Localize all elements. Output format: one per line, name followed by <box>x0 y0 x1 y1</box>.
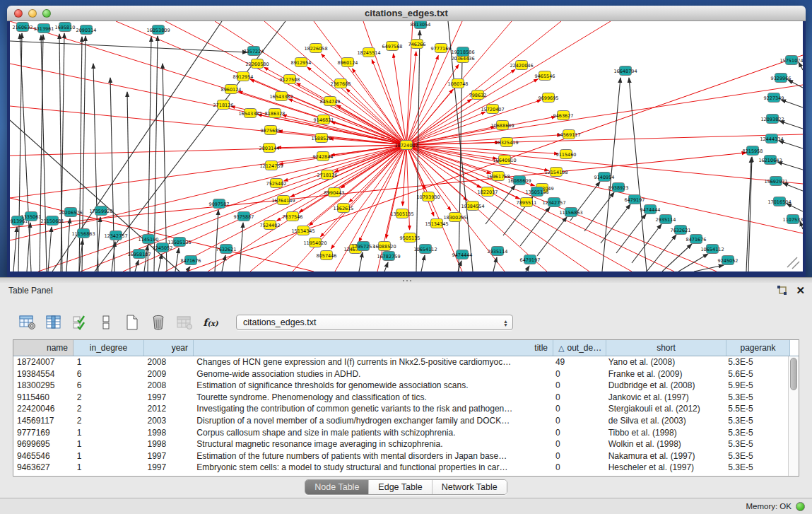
network-node[interactable]: 8215958 <box>743 146 763 156</box>
table-row[interactable]: 977716911998Corpus callosum shape and si… <box>13 427 788 439</box>
network-node[interactable]: 21150681 <box>40 216 64 226</box>
network-node[interactable]: 7525402 <box>266 179 287 188</box>
table-row[interactable]: 1830029562008Estimation of significance … <box>13 380 788 392</box>
network-node[interactable]: 9463627 <box>553 111 574 120</box>
column-header-pagerank[interactable]: pagerank <box>726 340 790 356</box>
network-node[interactable]: 9242844 <box>313 152 334 161</box>
network-node[interactable]: 2718126 <box>213 100 234 110</box>
column-header-in_degree[interactable]: in_degree <box>73 340 144 356</box>
network-node[interactable]: 16543382 <box>238 109 261 118</box>
divider-grip-icon[interactable] <box>401 279 411 282</box>
network-node[interactable]: 14569117 <box>557 130 580 139</box>
network-node[interactable]: 7632621 <box>671 226 691 235</box>
network-node[interactable]: 8960124 <box>338 58 358 67</box>
network-node[interactable]: 9227349 <box>764 93 784 103</box>
network-node[interactable]: 6479197 <box>625 195 645 204</box>
table-row[interactable]: 1938455462009Genome-wide association stu… <box>13 368 788 380</box>
network-node[interactable]: 7524402 <box>260 221 281 230</box>
network-node[interactable]: 9115460 <box>556 150 577 159</box>
network-node[interactable]: 2160632 <box>13 23 33 32</box>
network-node[interactable]: 22260580 <box>245 59 269 69</box>
column-edit-icon[interactable] <box>45 314 63 331</box>
network-node[interactable]: 12124759 <box>259 161 283 170</box>
network-node[interactable]: 9329966 <box>771 74 792 83</box>
network-node[interactable]: 2803144 <box>259 144 280 153</box>
network-node[interactable]: 11954020 <box>303 238 326 247</box>
function-builder-icon[interactable]: f(x) <box>201 314 220 331</box>
network-node[interactable]: 1080748 <box>448 79 469 88</box>
network-node[interactable]: 16053809 <box>146 25 170 35</box>
new-table-icon[interactable] <box>123 314 141 331</box>
network-node[interactable]: 8813054 <box>411 21 431 29</box>
tab-edge-table[interactable]: Edge Table <box>369 480 432 494</box>
column-header-year[interactable]: year <box>144 340 194 356</box>
network-node[interactable]: 1695810 <box>55 23 76 32</box>
column-header-short[interactable]: short <box>606 340 726 356</box>
network-node[interactable]: 2935114 <box>656 215 676 224</box>
tab-network-table[interactable]: Network Table <box>433 480 507 494</box>
network-node[interactable]: 12154198 <box>544 168 567 177</box>
table-row[interactable]: 946362711997Embryonic stem cells: a mode… <box>13 462 788 474</box>
network-node[interactable]: 12342757 <box>542 198 565 207</box>
network-node[interactable]: 2367608 <box>331 79 351 88</box>
table-settings-icon[interactable] <box>18 314 37 331</box>
network-node[interactable]: 11156863 <box>71 229 95 238</box>
network-node[interactable]: 9699695 <box>539 93 559 103</box>
network-window-titlebar[interactable]: citations_edges.txt <box>7 6 806 21</box>
table-row[interactable]: 1872400712008Changes of HCN gene express… <box>13 356 788 368</box>
merge-rows-icon[interactable] <box>97 314 115 331</box>
network-node[interactable]: 8471676 <box>181 256 201 265</box>
network-node[interactable]: 9474444 <box>640 205 661 214</box>
import-table-icon[interactable] <box>175 314 194 331</box>
column-header-name[interactable]: name <box>13 340 73 356</box>
network-node[interactable]: 798632 <box>469 90 487 100</box>
network-node[interactable]: 8471676 <box>686 235 707 244</box>
table-row[interactable]: 2242004622012Investigating the contribut… <box>13 403 788 415</box>
network-canvas[interactable]: 1872400718226058891295491275081654338281… <box>10 21 803 271</box>
canvas-resize-grip-icon[interactable] <box>787 257 799 269</box>
panel-divider[interactable] <box>0 277 812 283</box>
network-node[interactable]: 2718126 <box>317 170 338 180</box>
column-header-out_de[interactable]: △out_de… <box>553 340 606 356</box>
network-node[interactable]: 19384554 <box>461 201 484 211</box>
table-scrollbar-thumb[interactable] <box>790 358 797 390</box>
table-row[interactable]: 969969511998Structural magnetic resonanc… <box>13 438 788 450</box>
network-node[interactable]: 8912954 <box>291 58 312 67</box>
network-node[interactable]: 12342757 <box>104 231 127 240</box>
network-node[interactable]: 9777169 <box>431 44 452 53</box>
network-node[interactable]: 10654112 <box>413 245 437 254</box>
network-node[interactable]: 6497568 <box>382 42 403 51</box>
network-node[interactable]: 10654112 <box>700 245 724 254</box>
tab-node-table[interactable]: Node Table <box>305 480 369 494</box>
network-node[interactable]: 16210643 <box>758 156 782 165</box>
network-node[interactable]: 9127508 <box>280 75 300 84</box>
table-scrollbar[interactable] <box>788 356 799 476</box>
table-select-dropdown[interactable]: citations_edges.txt ▲▼ <box>236 315 513 330</box>
network-node[interactable]: 10793930 <box>416 192 440 201</box>
network-node[interactable]: 9313961 <box>34 24 54 33</box>
network-node[interactable]: 18226058 <box>304 44 327 53</box>
network-node[interactable]: 9474444 <box>452 250 473 259</box>
network-node[interactable]: 16958107 <box>127 250 151 259</box>
network-node[interactable]: 16648794 <box>613 66 637 76</box>
select-rows-icon[interactable] <box>71 314 89 331</box>
network-node[interactable]: 18245514 <box>357 48 380 57</box>
delete-table-icon[interactable] <box>149 314 167 331</box>
network-node[interactable]: 8057446 <box>317 251 337 260</box>
network-node[interactable]: 16088520 <box>372 242 396 251</box>
table-row[interactable]: 1456911722003Disruption of a novel membe… <box>13 415 788 427</box>
network-node[interactable]: 17359928 <box>89 206 112 216</box>
network-node[interactable]: 12093822 <box>760 115 784 124</box>
network-node[interactable]: 17016504 <box>767 197 791 206</box>
network-node[interactable]: 746266 <box>408 40 426 49</box>
table-row[interactable]: 946554611997Estimation of the future num… <box>13 450 788 462</box>
network-node[interactable]: 15692971 <box>764 177 787 186</box>
network-node[interactable]: 9375887 <box>234 212 254 221</box>
network-node[interactable]: 22420046 <box>510 61 533 70</box>
network-node[interactable]: 2090314 <box>76 25 97 35</box>
table-row[interactable]: 911546021997Tourette syndrome. Phenomeno… <box>13 392 788 404</box>
network-node[interactable]: 9465546 <box>535 71 555 81</box>
network-node[interactable]: 13505135 <box>390 209 413 218</box>
network-node[interactable]: 2935114 <box>488 247 508 256</box>
network-node[interactable]: 20206576 <box>59 208 82 217</box>
